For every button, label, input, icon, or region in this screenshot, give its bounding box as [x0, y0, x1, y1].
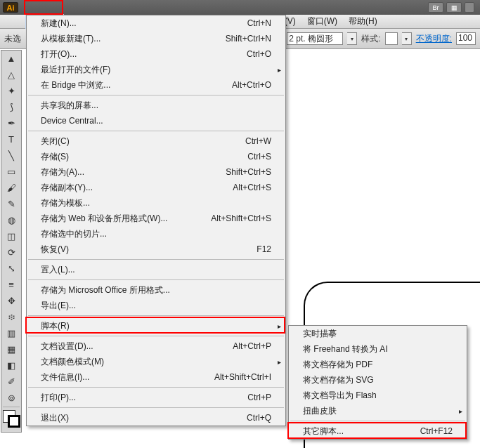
tool-paintbrush[interactable]: 🖌 [1, 180, 21, 196]
tool-direct-select[interactable]: △ [1, 67, 21, 83]
script-submenu: 实时描摹将 Freehand 转换为 AI将文档存储为 PDF将文档存储为 SV… [288, 325, 467, 440]
script-submenu-item-0[interactable]: 实时描摹 [289, 326, 467, 341]
script-submenu-item-2[interactable]: 将文档存储为 PDF [289, 357, 467, 372]
tool-width[interactable]: ≡ [1, 277, 21, 293]
tool-eyedropper[interactable]: ✐ [1, 374, 21, 390]
tool-pen[interactable]: ✒ [1, 115, 21, 131]
file-menu-item-2[interactable]: 打开(O)...Ctrl+O [27, 46, 285, 62]
menu-window[interactable]: 窗口(W) [301, 14, 343, 29]
file-menu-item-1[interactable]: 从模板新建(T)...Shift+Ctrl+N [27, 31, 285, 46]
menu-item-label: 存储为(A)... [41, 166, 194, 178]
menu-item-shortcut: Ctrl+W [194, 136, 271, 146]
menu-item-label: 文档颜色模式(M) [41, 356, 194, 368]
file-menu-item-31[interactable]: 退出(X)Ctrl+Q [27, 410, 285, 426]
layout-chip[interactable]: ▦ [446, 2, 462, 13]
opacity-label[interactable]: 不透明度: [416, 33, 452, 45]
menu-item-label: 新建(N)... [41, 18, 194, 29]
tool-rotate[interactable]: ⟳ [1, 244, 21, 261]
app-logo: Ai [3, 2, 18, 13]
menu-item-label: 从模板新建(T)... [41, 33, 194, 45]
tool-blob[interactable]: ◍ [1, 212, 21, 228]
file-menu-item-3[interactable]: 最近打开的文件(F) [27, 62, 285, 77]
file-menu-item-25[interactable]: 文档设置(D)...Alt+Ctrl+P [27, 338, 285, 354]
menu-item-label: Device Central... [41, 116, 194, 126]
file-menu-item-15[interactable]: 存储选中的切片... [27, 226, 285, 242]
tool-mesh[interactable]: ▦ [1, 341, 21, 357]
menu-item-shortcut: F12 [194, 244, 271, 254]
stroke-swatch[interactable] [8, 415, 20, 428]
title-bar: Ai Br ▦ [0, 0, 480, 15]
script-submenu-item-5[interactable]: 扭曲皮肤 [289, 403, 467, 419]
tool-type[interactable]: T [1, 131, 21, 147]
file-menu-item-16[interactable]: 恢复(V)F12 [27, 242, 285, 257]
opacity-input[interactable]: 100 [456, 32, 476, 45]
menu-item-label: 将 Freehand 转换为 AI [303, 343, 388, 355]
fill-stroke-swatch[interactable] [2, 409, 20, 430]
tool-lasso[interactable]: ⟆ [1, 99, 21, 115]
file-menu-item-21[interactable]: 导出(E)... [27, 298, 285, 313]
script-submenu-item-7[interactable]: 其它脚本...Ctrl+F12 [289, 423, 467, 439]
menu-item-label: 脚本(R) [41, 320, 194, 332]
menu-item-shortcut: Ctrl+N [194, 18, 271, 28]
bridge-chip[interactable]: Br [428, 2, 443, 13]
file-menu-item-14[interactable]: 存储为 Web 和设备所用格式(W)...Alt+Shift+Ctrl+S [27, 211, 285, 226]
tool-symbol-spray[interactable]: ፨ [1, 309, 21, 325]
file-menu-item-0[interactable]: 新建(N)...Ctrl+N [27, 15, 285, 31]
style-label: 样式: [361, 33, 380, 45]
menu-item-shortcut: Alt+Ctrl+O [194, 80, 271, 90]
menu-item-label: 存储为 Microsoft Office 所用格式... [41, 284, 194, 296]
selection-label: 未选 [4, 33, 21, 45]
stroke-profile[interactable]: 2 pt. 椭圆形 [287, 32, 343, 45]
script-submenu-item-1[interactable]: 将 Freehand 转换为 AI [289, 341, 467, 357]
tool-free-transform[interactable]: ✥ [1, 293, 21, 309]
file-menu-item-20[interactable]: 存储为 Microsoft Office 所用格式... [27, 282, 285, 298]
tool-rectangle[interactable]: ▭ [1, 164, 21, 180]
file-menu-item-7[interactable]: Device Central... [27, 113, 285, 129]
tool-graph[interactable]: ▥ [1, 325, 21, 341]
file-menu-item-18[interactable]: 置入(L)... [27, 262, 285, 277]
file-menu-item-27[interactable]: 文件信息(I)...Alt+Shift+Ctrl+I [27, 369, 285, 385]
script-submenu-item-4[interactable]: 将文档导出为 Flash [289, 388, 467, 403]
menu-item-label: 退出(X) [41, 412, 194, 424]
file-menu-item-29[interactable]: 打印(P)...Ctrl+P [27, 390, 285, 405]
style-swatch[interactable] [385, 32, 398, 45]
menu-item-label: 置入(L)... [41, 264, 194, 276]
file-menu-item-23[interactable]: 脚本(R) [27, 318, 285, 334]
menu-item-shortcut: Ctrl+P [194, 393, 271, 402]
stroke-profile-drop[interactable]: ▾ [347, 32, 357, 45]
file-menu-item-6[interactable]: 共享我的屏幕... [27, 98, 285, 113]
file-menu-item-26[interactable]: 文档颜色模式(M) [27, 354, 285, 369]
search-chip[interactable] [465, 2, 474, 13]
tool-eraser[interactable]: ◫ [1, 228, 21, 244]
tool-blend[interactable]: ⊚ [1, 390, 21, 406]
menu-help[interactable]: 帮助(H) [343, 14, 383, 29]
menu-item-label: 存储为模板... [41, 197, 194, 209]
tool-pencil[interactable]: ✎ [1, 196, 21, 212]
menu-item-shortcut: Ctrl+O [194, 49, 271, 59]
file-menu-item-12[interactable]: 存储副本(Y)...Alt+Ctrl+S [27, 180, 285, 195]
menu-item-shortcut: Ctrl+S [194, 152, 271, 162]
menu-item-label: 存储副本(Y)... [41, 182, 194, 194]
menu-item-shortcut: Alt+Ctrl+S [194, 183, 271, 192]
file-menu-item-10[interactable]: 存储(S)Ctrl+S [27, 149, 285, 164]
menu-item-label: 导出(E)... [41, 300, 194, 312]
file-menu-item-13[interactable]: 存储为模板... [27, 195, 285, 211]
menu-item-label: 文件信息(I)... [41, 371, 193, 383]
tool-line[interactable]: ╲ [1, 147, 21, 164]
menu-item-shortcut: Alt+Ctrl+P [194, 341, 271, 351]
menu-item-shortcut: Alt+Shift+Ctrl+I [193, 372, 271, 382]
tool-selection[interactable]: ▲ [1, 51, 21, 67]
file-menu-item-9[interactable]: 关闭(C)Ctrl+W [27, 133, 285, 149]
tool-gradient[interactable]: ◧ [1, 357, 21, 374]
menu-item-label: 将文档导出为 Flash [303, 390, 377, 402]
tool-scale[interactable]: ⤡ [1, 261, 21, 277]
script-submenu-item-3[interactable]: 将文档存储为 SVG [289, 372, 467, 388]
menu-item-shortcut: Ctrl+F12 [375, 426, 453, 436]
style-drop[interactable]: ▾ [402, 32, 412, 45]
menu-item-label: 文档设置(D)... [41, 341, 194, 353]
tool-magic-wand[interactable]: ✦ [1, 83, 21, 99]
menu-item-label: 打开(O)... [41, 48, 194, 60]
file-menu-item-4[interactable]: 在 Bridge 中浏览...Alt+Ctrl+O [27, 77, 285, 93]
file-menu-item-11[interactable]: 存储为(A)...Shift+Ctrl+S [27, 164, 285, 180]
menu-item-label: 实时描摹 [303, 328, 375, 340]
